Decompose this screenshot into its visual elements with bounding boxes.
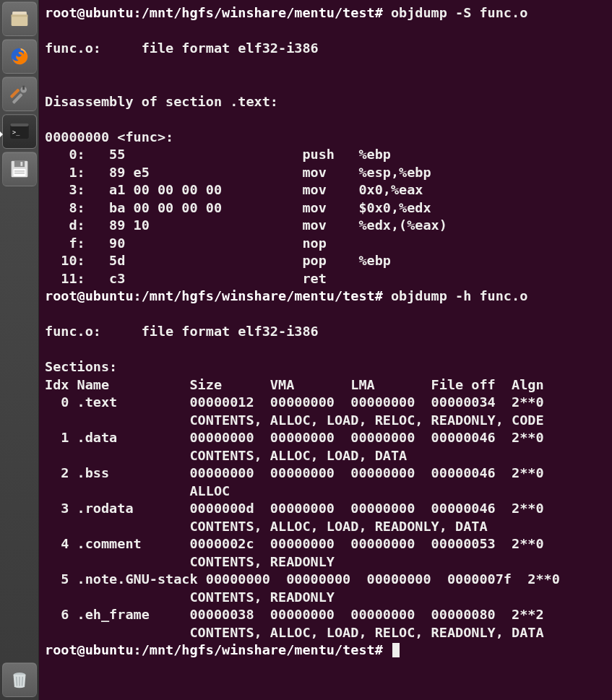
section-row: 2 .bss 00000000 00000000 00000000 000000…	[45, 465, 544, 480]
section-flags: CONTENTS, READONLY	[45, 589, 335, 605]
command-text: objdump -h func.o	[383, 288, 527, 303]
terminal-output[interactable]: root@ubuntu:/mnt/hgfs/winshare/mentu/tes…	[39, 0, 612, 700]
wrench-screwdriver-icon	[7, 82, 32, 106]
section-flags: CONTENTS, ALLOC, LOAD, RELOC, READONLY, …	[45, 412, 544, 428]
section-flags: CONTENTS, ALLOC, LOAD, DATA	[45, 448, 407, 463]
section-flags: CONTENTS, READONLY	[45, 554, 335, 569]
disasm-line: d: 89 10 mov %edx,(%eax)	[45, 217, 447, 233]
svg-line-20	[22, 677, 22, 686]
floppy-icon	[7, 157, 32, 181]
svg-line-18	[16, 677, 17, 686]
disasm-line: f: 90 nop	[45, 236, 327, 251]
trash-launcher[interactable]	[2, 662, 37, 697]
file-info: func.o: file format elf32-i386	[45, 324, 319, 339]
cursor	[392, 643, 400, 657]
trash-icon	[7, 667, 32, 692]
files-launcher[interactable]	[2, 1, 37, 36]
save-launcher[interactable]	[2, 152, 37, 186]
svg-rect-13	[20, 162, 22, 166]
prompt: root@ubuntu:/mnt/hgfs/winshare/mentu/tes…	[45, 288, 383, 303]
svg-rect-12	[14, 161, 24, 168]
section-row: 3 .rodata 0000000d 00000000 00000000 000…	[45, 501, 544, 516]
svg-rect-16	[14, 173, 24, 173]
section-row: 0 .text 00000012 00000000 00000000 00000…	[45, 394, 544, 410]
terminal-launcher[interactable]: >_	[2, 114, 37, 149]
section-flags: ALLOC	[45, 483, 230, 498]
sections-header: Sections:	[45, 359, 117, 374]
section-flags: CONTENTS, ALLOC, LOAD, RELOC, READONLY, …	[45, 625, 544, 640]
section-flags: CONTENTS, ALLOC, LOAD, READONLY, DATA	[45, 519, 488, 534]
svg-rect-9	[10, 124, 29, 126]
prompt: root@ubuntu:/mnt/hgfs/winshare/mentu/tes…	[45, 5, 383, 20]
svg-text:>_: >_	[12, 129, 20, 136]
disasm-line: 8: ba 00 00 00 00 mov $0x0,%edx	[45, 200, 431, 215]
command-text: objdump -S func.o	[383, 5, 527, 20]
firefox-icon	[7, 44, 32, 69]
disasm-line: 11: c3 ret	[45, 271, 358, 286]
disasm-line: 1: 89 e5 mov %esp,%ebp	[45, 165, 431, 180]
launcher-bar: >_	[0, 0, 39, 700]
files-icon	[7, 7, 32, 31]
disasm-line: 10: 5d pop %ebp	[45, 253, 391, 268]
command-text	[383, 642, 391, 657]
func-label: 00000000 <func>:	[45, 129, 173, 144]
disasm-header: Disassembly of section .text:	[45, 94, 278, 109]
section-columns: Idx Name Size VMA LMA File off Algn	[45, 377, 544, 392]
terminal-icon: >_	[7, 119, 32, 144]
firefox-launcher[interactable]	[2, 39, 37, 74]
prompt: root@ubuntu:/mnt/hgfs/winshare/mentu/tes…	[45, 642, 383, 657]
svg-rect-15	[14, 170, 24, 171]
settings-launcher[interactable]	[2, 77, 37, 111]
section-row: 5 .note.GNU-stack 00000000 00000000 0000…	[45, 571, 560, 587]
file-info: func.o: file format elf32-i386	[45, 40, 319, 56]
disasm-line: 3: a1 00 00 00 00 mov 0x0,%eax	[45, 182, 423, 197]
svg-rect-6	[22, 86, 25, 90]
section-row: 6 .eh_frame 00000038 00000000 00000000 0…	[45, 607, 544, 622]
section-row: 1 .data 00000000 00000000 00000000 00000…	[45, 430, 544, 445]
svg-rect-2	[11, 14, 27, 17]
disasm-line: 0: 55 push %ebp	[45, 147, 391, 162]
section-row: 4 .comment 0000002c 00000000 00000000 00…	[45, 536, 544, 551]
